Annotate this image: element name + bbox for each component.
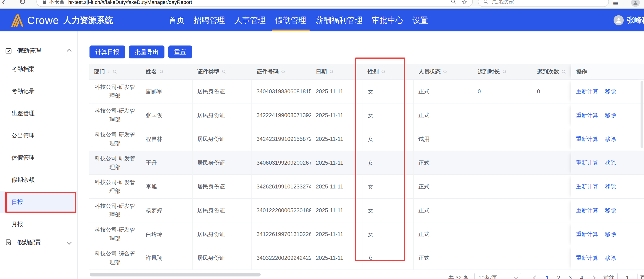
recalculate-link[interactable]: 重新计算 [576,207,598,214]
nav-item[interactable]: 人事管理 [230,9,270,32]
browser-search-box[interactable]: 点此搜索 [478,0,609,7]
table-row: 科技公司-研发管理部 王丹 居民身份证 340603199209200267 2… [89,151,644,175]
sidebar-item-label: 考勤记录 [12,87,34,95]
page-size-select[interactable]: 10条/页 [474,273,521,279]
nav-item-label: 审批中心 [372,15,403,26]
toolbar-button[interactable]: 重置 [168,46,192,59]
sidebar-group-attendance[interactable]: 假勤管理 [0,44,77,58]
sidebar-item[interactable]: 考勤记录 [0,80,77,102]
table-header-cell[interactable]: 姓名 [141,64,192,79]
page-number[interactable]: 2 [553,274,564,279]
table-header-cell[interactable]: 证件号码 [252,64,311,79]
bookmark-star-icon[interactable]: ☆ [462,0,468,5]
sidebar-item[interactable]: 公出管理 [0,124,77,146]
goto-page-input[interactable] [617,273,638,279]
cell-id-number: 340322200209242422 [252,246,311,270]
next-page-button[interactable] [591,275,596,279]
browser-search-placeholder: 点此搜索 [492,0,514,5]
cell-late-count [532,246,571,270]
remove-link[interactable]: 移除 [605,88,616,95]
table-header-cell[interactable]: 部门 ↓↑ [89,64,141,79]
toolbar-button[interactable]: 计算日报 [90,46,125,59]
sidebar-item[interactable]: 考勤档案 [0,58,77,80]
table-header-cell[interactable]: 迟到时长 [473,64,532,79]
table-header-cell[interactable]: 性别 [363,64,414,79]
remove-link[interactable]: 移除 [605,112,616,119]
cell-staff-status: 正式 [414,151,473,175]
column-search-icon[interactable] [381,69,386,74]
column-search-icon[interactable] [561,69,566,74]
browser-reload-button[interactable]: ↻ [19,0,26,6]
toolbar-button-label: 重置 [174,48,186,56]
table-header-cell[interactable]: 证件类型 [192,64,252,79]
prev-page-button[interactable] [533,275,538,279]
table-header-cell[interactable]: 迟到次数 [532,64,571,79]
remove-link[interactable]: 移除 [605,135,616,143]
nav-item[interactable]: 薪酬福利管理 [311,9,367,32]
cell-late-count [532,175,571,199]
table-row: 科技公司-研发管理部 李旭 居民身份证 342626199101233274 2… [89,175,644,199]
url-text: hr-test.zjf-it.ch/#/fakeDuty/fakeDutyMan… [68,0,448,5]
remove-link[interactable]: 移除 [605,230,616,238]
cell-staff-status: 正式 [414,104,473,127]
sidebar-item[interactable]: 日报 [0,191,77,213]
chevron-down-icon [514,275,518,279]
column-search-icon[interactable] [329,69,334,74]
sidebar-items: 考勤档案 考勤记录 出差管理 公出管理 休假管理 [0,58,77,235]
cell-gender: 女 [363,199,414,222]
page-number[interactable]: 1 [541,274,553,279]
nav-item[interactable]: 假勤管理 [270,9,311,32]
cell-actions: 重新计算 移除 [571,199,644,222]
table-header-cell[interactable]: 操作 [571,64,644,79]
column-search-icon[interactable] [159,69,164,74]
cell-staff-status: 正式 [414,222,473,246]
crowe-logo-icon [10,14,24,27]
vertical-scrollbar-thumb[interactable] [640,81,643,148]
sort-icon[interactable]: ↓↑ [107,69,110,74]
recalculate-link[interactable]: 重新计算 [576,112,598,119]
user-menu[interactable]: 张峰科 [614,9,644,32]
sidebar-item[interactable]: 休假管理 [0,146,77,169]
address-bar[interactable]: 不安全 hr-test.zjf-it.ch/#/fakeDuty/fakeDut… [36,0,473,7]
remove-link[interactable]: 移除 [605,183,616,190]
cell-gender: 女 [363,246,414,270]
nav-item-label: 薪酬福利管理 [316,15,362,26]
recalculate-link[interactable]: 重新计算 [576,88,598,95]
column-search-icon[interactable] [502,69,507,74]
recalculate-link[interactable]: 重新计算 [576,135,598,143]
remove-link[interactable]: 移除 [605,159,616,166]
recalculate-link[interactable]: 重新计算 [576,254,598,262]
search-icon[interactable] [450,0,456,5]
page-number[interactable]: 4 [576,274,588,279]
remove-link[interactable]: 移除 [605,254,616,262]
doc-search-icon [5,239,12,246]
reading-list-icon[interactable]: ≣ [613,0,620,7]
cell-id-number: 340603199209200267 [252,151,311,175]
recalculate-link[interactable]: 重新计算 [576,230,598,238]
page-number[interactable]: 3 [564,274,576,279]
table-header-cell[interactable]: 日期 [311,64,363,79]
sidebar-item[interactable]: 月报 [0,213,77,235]
nav-item[interactable]: 设置 [408,9,433,32]
nav-item[interactable]: 首页 [164,9,189,32]
sidebar-item[interactable]: 出差管理 [0,102,77,124]
toolbar-button[interactable]: 批量导出 [129,46,164,59]
nav-item[interactable]: 审批中心 [367,9,408,32]
remove-link[interactable]: 移除 [605,207,616,214]
horizontal-scrollbar-thumb[interactable] [90,273,261,276]
table-header-cell[interactable]: 人员状态 [414,64,473,79]
column-search-icon[interactable] [112,69,118,74]
column-search-icon[interactable] [222,69,226,74]
cell-department: 科技公司-研发管理部 [89,199,141,222]
recalculate-link[interactable]: 重新计算 [576,183,598,190]
nav-item[interactable]: 招聘管理 [189,9,230,32]
browser-profile-avatar[interactable] [631,0,640,7]
cell-late-count [532,222,571,246]
chevron-down-icon [67,240,72,244]
column-search-icon[interactable] [281,69,286,74]
sidebar-item[interactable]: 假期余额 [0,169,77,191]
browser-back-button[interactable]: ‹ [2,0,5,7]
column-search-icon[interactable] [443,69,448,74]
recalculate-link[interactable]: 重新计算 [576,159,598,166]
sidebar-group-config[interactable]: 假勤配置 [0,235,77,249]
